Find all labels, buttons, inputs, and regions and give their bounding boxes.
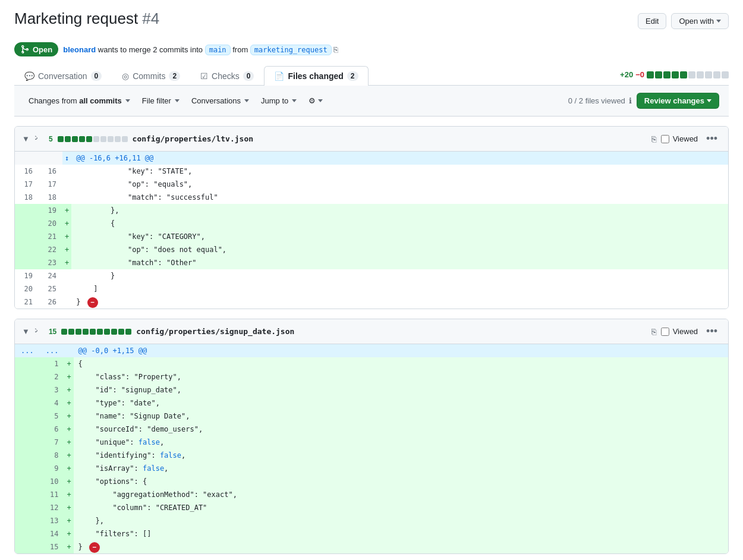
diff-sq-4 — [672, 71, 679, 78]
file-1-additions: 5 — [49, 135, 53, 143]
table-row: 22 + "op": "does not equal", — [15, 243, 728, 256]
diff-sq-1 — [647, 71, 654, 78]
file-2-viewed-checkbox[interactable] — [661, 328, 669, 336]
end-badge-1: − — [87, 297, 98, 308]
table-row: 1 + { — [15, 357, 728, 370]
chevron-down-icon — [716, 20, 721, 23]
f2-sq-2 — [68, 329, 74, 335]
info-icon[interactable]: ℹ — [629, 96, 632, 105]
file-2-more-button[interactable]: ••• — [703, 324, 721, 339]
open-with-button[interactable]: Open with — [671, 13, 729, 29]
file-1-hunk-row: ↕ @@ -16,6 +16,11 @@ — [15, 152, 728, 165]
table-row: 13 + }, — [15, 514, 728, 527]
file-filter-select[interactable]: File filter — [137, 94, 184, 108]
table-row: 3 + "id": "signup_date", — [15, 383, 728, 397]
f1-sq-7 — [100, 136, 106, 142]
pr-title: Marketing request #4 — [14, 10, 159, 28]
file-2-additions: 15 — [49, 328, 56, 336]
jump-to-label: Jump to — [261, 96, 288, 105]
diff-sq-8 — [705, 71, 712, 78]
f2-sq-4 — [83, 329, 89, 335]
copy-icon[interactable]: ⎘ — [333, 45, 338, 54]
expand-icon-2 — [34, 327, 44, 336]
additions-count: +20 — [620, 70, 633, 79]
f1-sq-6 — [93, 136, 99, 142]
hunk-expand-right — [39, 152, 62, 165]
files-viewed-text: 0 / 2 files viewed — [568, 96, 625, 105]
f1-sq-10 — [122, 136, 128, 142]
tab-commits[interactable]: ◎ Commits 2 — [112, 66, 190, 86]
tab-files-changed-badge: 2 — [347, 71, 358, 81]
open-badge-label: Open — [33, 45, 52, 54]
table-row: 21 26 } − — [15, 295, 728, 309]
collapse-file-2-button[interactable]: ▼ — [22, 327, 30, 336]
diff-sq-10 — [722, 71, 729, 78]
pr-meta: Open bleonard wants to merge 2 commits i… — [14, 42, 729, 56]
open-badge: Open — [14, 42, 58, 56]
file-1-more-button[interactable]: ••• — [703, 131, 721, 146]
file-1-viewed-checkbox[interactable] — [661, 135, 669, 143]
tab-conversation-badge: 0 — [91, 71, 102, 81]
table-row: 8 + "identifying": false, — [15, 449, 728, 462]
file-2-copy-icon[interactable]: ⎘ — [651, 327, 656, 336]
file-filter-chevron — [175, 99, 180, 102]
tab-files-changed[interactable]: 📄 Files changed 2 — [264, 66, 368, 86]
file-1-viewed-label: Viewed — [661, 134, 698, 143]
base-branch-tag[interactable]: main — [205, 45, 231, 55]
diff-sq-3 — [663, 71, 670, 78]
pr-number: #4 — [142, 10, 159, 27]
tab-commits-label: Commits — [133, 71, 165, 81]
diff-sq-7 — [697, 71, 704, 78]
f1-sq-3 — [72, 136, 78, 142]
gear-icon: ⚙ — [308, 96, 316, 105]
tab-commits-badge: 2 — [169, 71, 180, 81]
jump-to-select[interactable]: Jump to — [256, 94, 301, 108]
f2-sq-5 — [90, 329, 96, 335]
file-2-hunk-header: @@ -0,0 +1,15 @@ — [74, 344, 728, 357]
table-row: 20 + { — [15, 217, 728, 230]
f2-sq-6 — [97, 329, 103, 335]
head-branch-tag[interactable]: marketing_request — [250, 45, 332, 55]
tab-conversation[interactable]: 💬 Conversation 0 — [14, 66, 112, 86]
f2-sq-3 — [75, 329, 81, 335]
file-2-hunk-row: ... ... @@ -0,0 +1,15 @@ — [15, 344, 728, 357]
toolbar-left: Changes from all commits File filter Con… — [24, 94, 563, 108]
diff-sq-2 — [655, 71, 662, 78]
table-row: 7 + "unique": false, — [15, 436, 728, 449]
f1-sq-2 — [65, 136, 71, 142]
author-link[interactable]: bleonard — [63, 45, 96, 54]
file-1-copy-icon[interactable]: ⎘ — [651, 134, 656, 144]
table-row: 4 + "type": "date", — [15, 397, 728, 410]
pr-meta-text: bleonard wants to merge 2 commits into m… — [63, 45, 338, 54]
conversations-select[interactable]: Conversations — [187, 94, 254, 108]
table-row: 10 + "options": { — [15, 475, 728, 488]
f2-sq-10 — [125, 329, 131, 335]
table-row: 2 + "class": "Property", — [15, 370, 728, 383]
table-row: 16 16 "key": "STATE", — [15, 165, 728, 178]
hunk-prefix: ↕ — [62, 152, 71, 165]
end-badge-2: − — [89, 542, 100, 553]
changes-from-select[interactable]: Changes from all commits — [24, 94, 135, 108]
changes-from-label: Changes from all commits — [29, 96, 122, 105]
table-row: 18 18 "match": "successful" — [15, 191, 728, 204]
table-row: 19 24 } — [15, 269, 728, 282]
settings-select[interactable]: ⚙ — [304, 94, 328, 108]
review-changes-label: Review changes — [644, 96, 704, 105]
jump-to-chevron — [292, 99, 297, 102]
commits-icon: ◎ — [122, 71, 129, 81]
f1-sq-8 — [108, 136, 114, 142]
checks-icon: ☑ — [200, 71, 208, 81]
conversations-chevron — [244, 99, 249, 102]
toolbar-right: 0 / 2 files viewed ℹ Review changes — [568, 93, 719, 109]
review-changes-button[interactable]: Review changes — [637, 93, 719, 109]
edit-button[interactable]: Edit — [638, 13, 666, 29]
tab-checks[interactable]: ☑ Checks 0 — [190, 66, 264, 86]
collapse-file-1-button[interactable]: ▼ — [22, 134, 30, 143]
git-merge-icon — [20, 45, 30, 54]
table-row: 14 + "filters": [] — [15, 527, 728, 540]
table-row: 19 + }, — [15, 204, 728, 217]
diff-sq-6 — [688, 71, 695, 78]
tab-files-changed-label: Files changed — [288, 71, 343, 81]
file-1-path: config/properties/ltv.json — [133, 134, 647, 143]
file-2-expand-icon — [34, 327, 44, 336]
